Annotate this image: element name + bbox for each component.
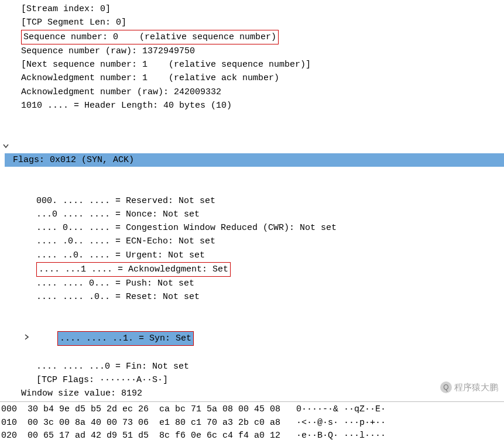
highlight-box: .... .... ..1. = Syn: Set: [57, 331, 194, 346]
flag-cwr[interactable]: .... 0... .... = Congestion Window Reduc…: [0, 221, 504, 235]
packet-details-pane[interactable]: [Stream index: 0] [TCP Segment Len: 0] S…: [0, 0, 504, 401]
field-seq-raw[interactable]: Sequence number (raw): 1372949750: [0, 44, 504, 58]
field-next-seq[interactable]: [Next sequence number: 1 (relative seque…: [0, 58, 504, 71]
field-header-length[interactable]: 1010 .... = Header Length: 40 bytes (10): [0, 99, 504, 112]
field-window-size[interactable]: Window size value: 8192: [0, 387, 504, 400]
chevron-right-icon[interactable]: [23, 307, 30, 314]
flag-ack[interactable]: .... ...1 .... = Acknowledgment: Set: [0, 262, 504, 277]
flag-reset[interactable]: .... .... .0.. = Reset: Not set: [0, 290, 504, 304]
flag-ecn-echo[interactable]: .... .0.. .... = ECN-Echo: Not set: [0, 235, 504, 248]
field-ack-raw[interactable]: Acknowledgment number (raw): 242009332: [0, 85, 504, 99]
hex-row[interactable]: 020 00 65 17 ad 42 d9 51 d5 8c f6 0e 6c …: [0, 429, 504, 440]
field-seq-relative[interactable]: Sequence number: 0 (relative sequence nu…: [0, 30, 504, 44]
highlight-box: .... ...1 .... = Acknowledgment: Set: [36, 262, 231, 277]
flag-fin[interactable]: .... .... ...0 = Fin: Not set: [0, 360, 504, 373]
chevron-down-icon[interactable]: [2, 115, 9, 122]
field-ack-relative[interactable]: Acknowledgment number: 1 (relative ack n…: [0, 71, 504, 85]
selected-row: Flags: 0x012 (SYN, ACK): [5, 153, 504, 167]
flag-urgent[interactable]: .... ..0. .... = Urgent: Not set: [0, 249, 504, 262]
flag-nonce[interactable]: ...0 .... .... = Nonce: Not set: [0, 208, 504, 221]
field-stream-index[interactable]: [Stream index: 0]: [0, 2, 504, 16]
flag-reserved[interactable]: 000. .... .... = Reserved: Not set: [0, 194, 504, 208]
field-tcp-seg-len[interactable]: [TCP Segment Len: 0]: [0, 16, 504, 29]
hex-row[interactable]: 000 30 b4 9e d5 b5 2d ec 26 ca bc 71 5a …: [0, 403, 504, 417]
hex-dump-pane[interactable]: 000 30 b4 9e d5 b5 2d ec 26 ca bc 71 5a …: [0, 402, 504, 440]
flag-push[interactable]: .... .... 0... = Push: Not set: [0, 277, 504, 290]
field-flags-summary[interactable]: Flags: 0x012 (SYN, ACK): [0, 112, 504, 194]
flag-tcp-flags-summary[interactable]: [TCP Flags: ·······A··S·]: [0, 373, 504, 387]
hex-row[interactable]: 010 00 3c 00 8a 40 00 73 06 e1 80 c1 70 …: [0, 417, 504, 430]
selected-row: .... .... ..1. = Syn: Set: [57, 331, 194, 346]
highlight-box: Sequence number: 0 (relative sequence nu…: [21, 30, 279, 44]
flag-syn[interactable]: .... .... ..1. = Syn: Set: [0, 304, 504, 360]
